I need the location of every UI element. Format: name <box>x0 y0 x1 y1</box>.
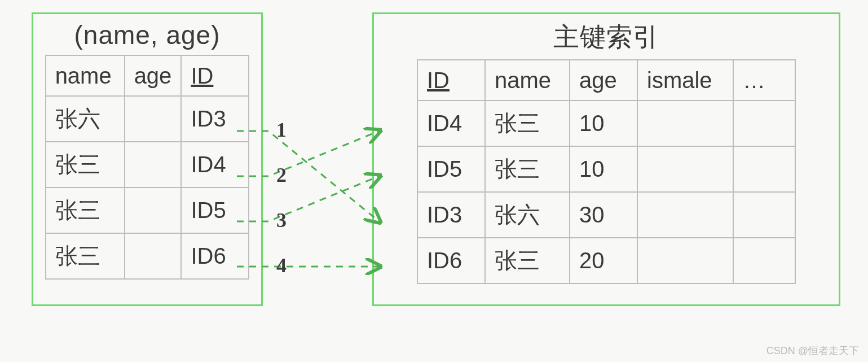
cell: 张六 <box>46 96 125 142</box>
cell <box>125 233 182 279</box>
col-header: ID <box>181 55 249 96</box>
cell <box>125 96 182 142</box>
table-row: ID5张三10 <box>417 146 795 192</box>
secondary-index-panel: (name, age) nameageID 张六ID3张三ID4张三ID5张三I… <box>32 12 263 306</box>
cell: ID4 <box>181 142 249 187</box>
col-header: name <box>46 55 125 96</box>
arrow-label: 1 <box>276 119 287 141</box>
primary-index-table: IDnameageismale… ID4张三10ID5张三10ID3张六30ID… <box>417 59 796 284</box>
cell: 20 <box>570 238 637 284</box>
table-row: ID3张六30 <box>417 192 795 238</box>
cell: 10 <box>570 146 637 192</box>
cell <box>733 101 795 146</box>
cell: ID5 <box>181 187 249 233</box>
cell <box>637 146 733 192</box>
cell <box>125 142 182 187</box>
secondary-index-table: nameageID 张六ID3张三ID4张三ID5张三ID6 <box>45 55 250 280</box>
cell: 10 <box>570 101 637 146</box>
table-row: 张三ID5 <box>46 187 249 233</box>
cell: ID6 <box>181 233 249 279</box>
col-header: name <box>485 60 570 101</box>
cell: 张三 <box>485 101 570 146</box>
cell <box>637 238 733 284</box>
cell <box>637 101 733 146</box>
table-row: ID6张三20 <box>417 238 795 284</box>
cell <box>125 187 182 233</box>
cell: ID3 <box>181 96 249 142</box>
arrow-label: 2 <box>276 164 287 186</box>
secondary-index-title: (name, age) <box>33 20 261 50</box>
cell <box>733 192 795 238</box>
primary-index-panel: 主键索引 IDnameageismale… ID4张三10ID5张三10ID3张… <box>372 12 840 306</box>
cell: ID4 <box>417 101 485 146</box>
cell: 张三 <box>46 233 125 279</box>
table-row: 张三ID4 <box>46 142 249 187</box>
cell: 张三 <box>485 238 570 284</box>
col-header: … <box>733 60 795 101</box>
arrow-label: 4 <box>276 254 287 277</box>
cell: 张六 <box>485 192 570 238</box>
table-row: ID4张三10 <box>417 101 795 146</box>
col-header: age <box>570 60 637 101</box>
cell: ID6 <box>417 238 485 284</box>
table-row: 张六ID3 <box>46 96 249 142</box>
cell: 张三 <box>46 187 125 233</box>
arrow-label: 3 <box>276 209 287 232</box>
cell <box>733 146 795 192</box>
primary-index-title: 主键索引 <box>374 20 839 55</box>
table-row: 张三ID6 <box>46 233 249 279</box>
cell <box>637 192 733 238</box>
cell: ID5 <box>417 146 485 192</box>
col-header: ID <box>417 60 485 101</box>
watermark: CSDN @恒者走天下 <box>766 344 859 357</box>
cell: 张三 <box>485 146 570 192</box>
cell: ID3 <box>417 192 485 238</box>
cell <box>733 238 795 284</box>
cell: 30 <box>570 192 637 238</box>
col-header: age <box>125 55 182 96</box>
col-header: ismale <box>637 60 733 101</box>
cell: 张三 <box>46 142 125 187</box>
